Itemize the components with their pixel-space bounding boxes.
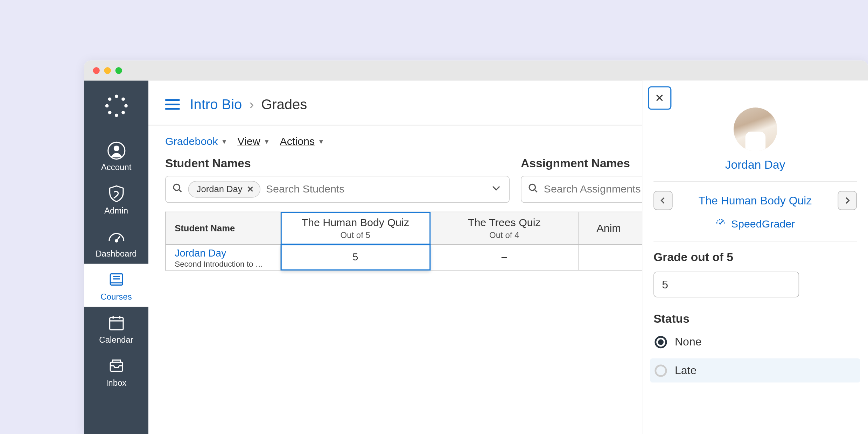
student-link[interactable]: Jordan Day: [175, 247, 226, 259]
caret-down-icon: ▼: [318, 138, 324, 145]
status-none-radio[interactable]: None: [653, 333, 857, 351]
dashboard-icon: [107, 227, 126, 246]
speedgrader-link[interactable]: SpeedGrader: [653, 217, 857, 231]
status-late-radio[interactable]: Late: [650, 358, 860, 383]
svg-point-30: [529, 184, 536, 190]
close-icon: ✕: [655, 91, 664, 105]
chevron-down-icon[interactable]: [491, 183, 501, 195]
nav-inbox[interactable]: Inbox: [84, 350, 148, 393]
calendar-icon: [107, 314, 126, 332]
close-panel-button[interactable]: ✕: [648, 86, 671, 110]
svg-point-5: [121, 97, 125, 101]
actions-dropdown[interactable]: Actions▼: [280, 135, 324, 148]
admin-icon: [107, 184, 126, 203]
app-window: Account Admin Dashboard Courses Calendar: [84, 61, 868, 434]
nav-account-label: Account: [101, 162, 132, 172]
student-section: Second Introduction to …: [175, 259, 275, 267]
student-avatar: [733, 107, 777, 151]
svg-point-8: [114, 104, 118, 108]
nav-admin-label: Admin: [104, 205, 128, 215]
radio-icon: [654, 364, 667, 377]
divider: [653, 241, 857, 241]
breadcrumb-current: Grades: [261, 96, 307, 112]
column-header-assignment-1[interactable]: The Human Body Quiz Out of 5: [281, 212, 430, 244]
caret-down-icon: ▼: [264, 138, 270, 145]
view-dropdown[interactable]: View▼: [237, 135, 270, 148]
breadcrumb: Intro Bio › Grades: [190, 96, 307, 112]
svg-point-10: [113, 146, 119, 151]
window-close-icon[interactable]: [93, 67, 100, 74]
main-content: Intro Bio › Grades Gradebook▼ View▼ Acti…: [148, 80, 868, 434]
window-zoom-icon[interactable]: [115, 67, 122, 74]
nav-dashboard[interactable]: Dashboard: [84, 220, 148, 264]
svg-line-29: [179, 190, 181, 192]
panel-student-name[interactable]: Jordan Day: [653, 158, 857, 171]
caret-down-icon: ▼: [221, 138, 227, 145]
nav-calendar-label: Calendar: [99, 335, 133, 344]
global-nav-sidebar: Account Admin Dashboard Courses Calendar: [84, 80, 148, 434]
grade-input-label: Grade out of 5: [653, 250, 857, 264]
grade-cell-1[interactable]: 5: [281, 245, 430, 270]
nav-calendar[interactable]: Calendar: [84, 307, 148, 350]
inbox-icon: [107, 357, 126, 376]
student-search-input[interactable]: [266, 183, 502, 195]
nav-courses[interactable]: Courses: [84, 264, 148, 307]
search-icon: [528, 183, 538, 195]
nav-dashboard-label: Dashboard: [96, 248, 136, 258]
svg-line-12: [116, 236, 120, 241]
svg-point-6: [108, 111, 111, 114]
grade-cell-2[interactable]: –: [430, 245, 579, 270]
nav-admin[interactable]: Admin: [84, 177, 148, 220]
student-filter-chip[interactable]: Jordan Day✕: [188, 181, 260, 198]
svg-point-2: [105, 104, 108, 108]
svg-point-7: [121, 111, 125, 114]
prev-assignment-button[interactable]: [653, 191, 672, 210]
panel-assignment-link[interactable]: The Human Body Quiz: [699, 194, 812, 207]
svg-point-4: [108, 97, 111, 101]
nav-inbox-label: Inbox: [106, 378, 127, 387]
svg-point-3: [124, 104, 127, 108]
assignment-nav: The Human Body Quiz: [653, 191, 857, 210]
column-header-assignment-2[interactable]: The Trees Quiz Out of 4: [430, 212, 579, 244]
nav-account[interactable]: Account: [84, 134, 148, 177]
remove-chip-icon[interactable]: ✕: [247, 184, 254, 194]
svg-rect-17: [110, 317, 123, 330]
column-header-student[interactable]: Student Name: [166, 212, 281, 244]
student-filter-label: Student Names: [165, 157, 510, 170]
svg-point-1: [114, 114, 118, 117]
grade-cell-3[interactable]: [579, 245, 638, 270]
grade-input[interactable]: [653, 272, 799, 298]
next-assignment-button[interactable]: [838, 191, 857, 210]
column-header-assignment-3[interactable]: Anim: [579, 212, 638, 244]
speedgrader-icon: [715, 217, 727, 231]
breadcrumb-course-link[interactable]: Intro Bio: [190, 96, 242, 112]
svg-line-31: [535, 190, 537, 192]
divider: [653, 181, 857, 182]
status-label: Status: [653, 312, 857, 325]
search-icon: [173, 183, 183, 195]
radio-icon: [654, 336, 667, 348]
gradebook-dropdown[interactable]: Gradebook▼: [165, 135, 227, 148]
window-titlebar: [84, 61, 868, 81]
svg-point-0: [114, 94, 118, 98]
courses-icon: [107, 271, 126, 289]
nav-courses-label: Courses: [100, 292, 132, 301]
student-name-cell[interactable]: Jordan Day Second Introduction to …: [166, 245, 281, 270]
toggle-course-nav-button[interactable]: [165, 99, 180, 110]
app-logo-icon[interactable]: [103, 93, 129, 119]
chevron-right-icon: ›: [249, 96, 254, 112]
window-minimize-icon[interactable]: [104, 67, 111, 74]
svg-point-28: [174, 184, 180, 190]
student-search-box[interactable]: Jordan Day✕: [165, 176, 510, 203]
account-icon: [107, 141, 126, 160]
grade-detail-panel: ✕ Jordan Day The Human Body Quiz SpeedGr…: [642, 80, 868, 434]
